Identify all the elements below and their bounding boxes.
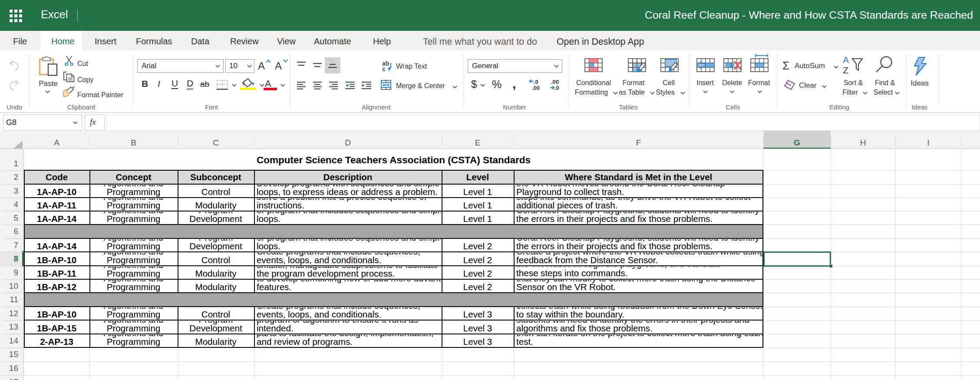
svg-text:.0: .0: [534, 79, 538, 85]
svg-text:.0: .0: [554, 85, 559, 90]
svg-text:.00: .00: [532, 85, 540, 90]
svg-text:Z: Z: [843, 65, 848, 75]
svg-text:c: c: [382, 66, 386, 72]
svg-text:A: A: [843, 55, 849, 65]
svg-text:.00: .00: [551, 79, 559, 85]
